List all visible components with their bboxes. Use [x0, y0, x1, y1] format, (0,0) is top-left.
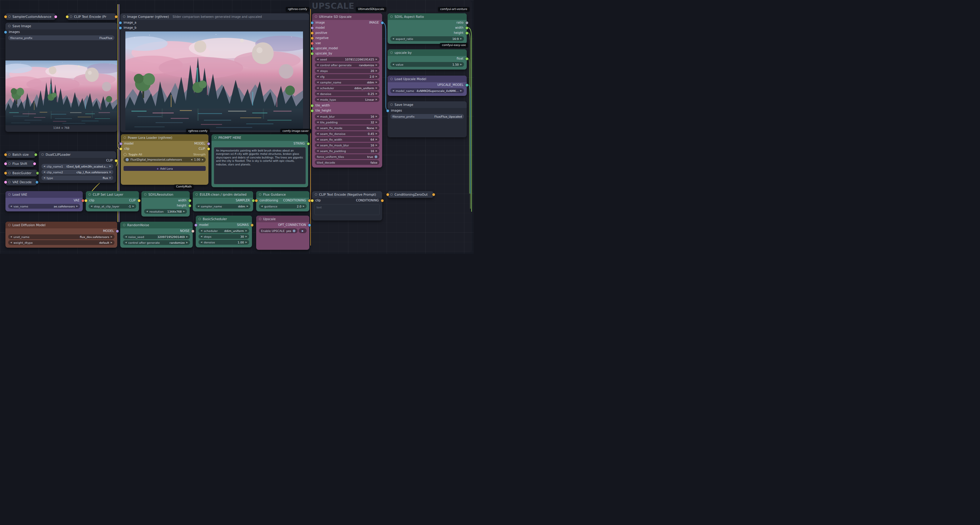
- arrow-left-icon[interactable]: ◀: [317, 127, 318, 129]
- prompt-textarea[interactable]: An impressionistic painting with bold br…: [214, 147, 306, 184]
- mask-blur-widget[interactable]: ◀mask_blur16▶: [315, 114, 379, 119]
- output-port-dot[interactable]: [466, 21, 468, 24]
- arrow-left-icon[interactable]: ◀: [43, 171, 45, 173]
- toggle-all-label[interactable]: Toggle All: [128, 153, 142, 156]
- node-save-image-upscaled[interactable]: Save Image images filename_prefixFlux/Fl…: [388, 101, 467, 137]
- input-port-dot[interactable]: [311, 52, 313, 55]
- node-vae-decode[interactable]: VAE Decode: [5, 179, 37, 185]
- arrow-left-icon[interactable]: ◀: [10, 205, 12, 207]
- node-sdxl-resolution[interactable]: SDXLResolution width height ◀resolution1…: [142, 191, 190, 217]
- vae-name-widget[interactable]: ◀vae_nameae.safetensors▶: [8, 204, 80, 209]
- collapse-icon[interactable]: [41, 153, 44, 156]
- guidance-widget[interactable]: ◀guidance2.0▶: [259, 204, 307, 209]
- arrow-right-icon[interactable]: ▶: [376, 138, 377, 140]
- input-port-dot[interactable]: [119, 27, 122, 29]
- seam-fix-padding-widget[interactable]: ◀seam_fix_padding16▶: [315, 148, 379, 153]
- clip-name1-widget[interactable]: ◀clip_name1t5xxl_fp8_e4m3fn_scaled.s...▶: [41, 164, 113, 169]
- output-port-dot[interactable]: [36, 181, 38, 184]
- arrow-left-icon[interactable]: ◀: [317, 144, 318, 146]
- arrow-right-icon[interactable]: ▶: [376, 115, 377, 118]
- output-port-dot[interactable]: [115, 16, 118, 18]
- seam-fix-mask-blur-widget[interactable]: ◀seam_fix_mask_blur16▶: [315, 143, 379, 148]
- run-arrow-button[interactable]: ▶: [299, 228, 307, 233]
- output-port-dot[interactable]: [35, 153, 37, 156]
- collapse-icon[interactable]: [390, 193, 393, 196]
- arrow-right-icon[interactable]: ▶: [376, 144, 377, 146]
- collapse-icon[interactable]: [144, 193, 146, 196]
- input-port-dot[interactable]: [311, 110, 313, 112]
- arrow-left-icon[interactable]: ◀: [317, 132, 318, 135]
- arrow-left-icon[interactable]: ◀: [317, 64, 318, 66]
- collapse-icon[interactable]: [390, 104, 393, 106]
- output-port-dot[interactable]: [466, 84, 468, 86]
- control-after-generate-widget[interactable]: ◀control after generaterandomize▶: [123, 240, 190, 245]
- arrow-right-icon[interactable]: ▶: [110, 171, 111, 173]
- input-port-dot[interactable]: [311, 37, 313, 40]
- output-port-dot[interactable]: [33, 163, 36, 165]
- node-euler-clean[interactable]: EULER-clean / ipndm detailed SAMPLER ◀sa…: [193, 191, 253, 211]
- input-port-dot[interactable]: [4, 172, 7, 174]
- toggle-on-icon[interactable]: [375, 155, 377, 158]
- sampler-name-widget[interactable]: ◀sampler_nameddim▶: [315, 80, 379, 85]
- input-port-dot[interactable]: [119, 21, 122, 24]
- arrow-right-icon[interactable]: ▶: [186, 241, 188, 244]
- input-port-dot[interactable]: [311, 199, 313, 202]
- collapse-icon[interactable]: [8, 163, 11, 165]
- arrow-right-icon[interactable]: ▶: [247, 205, 248, 207]
- node-image-comparer[interactable]: Image Comparer (rgthree)Slider compariso…: [120, 13, 309, 132]
- arrow-left-icon[interactable]: ◀: [125, 236, 127, 238]
- arrow-right-icon[interactable]: ▶: [186, 236, 188, 238]
- output-port-dot[interactable]: [116, 230, 119, 233]
- collapse-icon[interactable]: [259, 193, 261, 196]
- node-basic-scheduler[interactable]: BasicScheduler model SIGMAS ◀schedulerdd…: [196, 215, 252, 247]
- tiled-decode-toggle[interactable]: tiled_decodefalse: [315, 160, 379, 165]
- input-port-dot[interactable]: [387, 110, 389, 112]
- input-port-dot[interactable]: [4, 153, 7, 156]
- node-load-diffusion-model[interactable]: Load Diffusion Model MODEL ◀unet_nameflu…: [5, 222, 117, 248]
- input-port-dot[interactable]: [311, 104, 313, 107]
- arrow-right-icon[interactable]: ▶: [246, 230, 247, 232]
- add-lora-button[interactable]: + Add Lora: [124, 166, 206, 171]
- steps-widget[interactable]: ◀steps20▶: [315, 69, 379, 73]
- collapse-icon[interactable]: [8, 172, 11, 174]
- arrow-left-icon[interactable]: ◀: [393, 89, 394, 92]
- collapse-icon[interactable]: [8, 224, 11, 226]
- output-port-dot[interactable]: [252, 199, 255, 202]
- input-port-dot[interactable]: [4, 31, 7, 34]
- arrow-right-icon[interactable]: ▶: [376, 87, 377, 89]
- arrow-right-icon[interactable]: ▶: [111, 236, 112, 238]
- output-port-dot[interactable]: [189, 199, 191, 202]
- arrow-right-icon[interactable]: ▶: [246, 235, 247, 238]
- collapse-icon[interactable]: [8, 25, 11, 27]
- input-port-dot[interactable]: [255, 199, 258, 202]
- output-port-dot[interactable]: [138, 199, 140, 202]
- arrow-left-icon[interactable]: ◀: [393, 37, 394, 40]
- arrow-right-icon[interactable]: ▶: [133, 205, 134, 207]
- output-port-dot[interactable]: [432, 193, 435, 196]
- collapse-icon[interactable]: [123, 16, 126, 18]
- node-sdxl-aspect-ratio[interactable]: SDXL Aspect Ratio ratio width height ◀as…: [388, 13, 467, 44]
- collapse-icon[interactable]: [315, 16, 317, 18]
- output-port-dot[interactable]: [466, 57, 468, 60]
- arrow-left-icon[interactable]: ◀: [191, 158, 192, 161]
- input-port-dot[interactable]: [119, 148, 123, 150]
- arrow-right-icon[interactable]: ▶: [376, 132, 377, 135]
- collapse-icon[interactable]: [199, 218, 201, 220]
- model-name-widget[interactable]: ◀model_name4xNMKDSuperscale_4xNMK...▶: [390, 88, 464, 93]
- arrow-right-icon[interactable]: ▶: [183, 210, 185, 212]
- node-load-vae[interactable]: Load VAE VAE ◀vae_nameae.safetensors▶: [5, 191, 83, 211]
- toggle-on-icon[interactable]: [293, 230, 296, 232]
- collapse-icon[interactable]: [390, 78, 393, 80]
- seam-fix-denoise-widget[interactable]: ◀seam_fix_denoise0.45▶: [315, 131, 379, 136]
- noise-seed-widget[interactable]: ◀noise_seed320971952901469▶: [123, 235, 190, 239]
- arrow-left-icon[interactable]: ◀: [317, 58, 318, 61]
- denoise-widget[interactable]: ◀denoise0.25▶: [315, 91, 379, 96]
- output-port-dot[interactable]: [115, 160, 118, 162]
- steps-widget[interactable]: ◀steps30▶: [199, 234, 249, 239]
- output-port-dot[interactable]: [191, 230, 194, 233]
- tile-padding-widget[interactable]: ◀tile_padding32▶: [315, 120, 379, 124]
- arrow-right-icon[interactable]: ▶: [460, 37, 462, 40]
- input-port-dot[interactable]: [4, 16, 7, 18]
- sampler-name-widget[interactable]: ◀sampler_nameddim▶: [196, 204, 250, 209]
- arrow-right-icon[interactable]: ▶: [376, 75, 377, 78]
